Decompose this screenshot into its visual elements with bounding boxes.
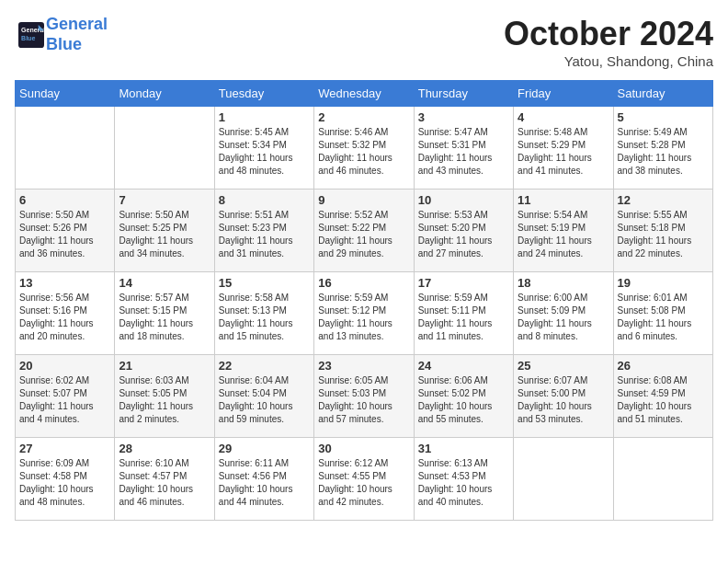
- day-info: Sunrise: 6:07 AM Sunset: 5:00 PM Dayligh…: [518, 374, 609, 426]
- calendar-day-4: 4Sunrise: 5:48 AM Sunset: 5:29 PM Daylig…: [514, 107, 613, 190]
- header-monday: Monday: [115, 81, 214, 107]
- calendar-day-8: 8Sunrise: 5:51 AM Sunset: 5:23 PM Daylig…: [214, 190, 313, 272]
- calendar-day-1: 1Sunrise: 5:45 AM Sunset: 5:34 PM Daylig…: [214, 107, 313, 190]
- day-number: 12: [618, 193, 709, 207]
- calendar-week-4: 20Sunrise: 6:02 AM Sunset: 5:07 PM Dayli…: [16, 355, 713, 438]
- day-info: Sunrise: 6:03 AM Sunset: 5:05 PM Dayligh…: [119, 374, 210, 426]
- empty-cell: [16, 107, 115, 190]
- day-info: Sunrise: 6:13 AM Sunset: 4:53 PM Dayligh…: [418, 457, 509, 509]
- calendar-day-3: 3Sunrise: 5:47 AM Sunset: 5:31 PM Daylig…: [414, 107, 513, 190]
- day-number: 6: [19, 193, 110, 207]
- day-number: 19: [618, 276, 709, 290]
- day-info: Sunrise: 6:00 AM Sunset: 5:09 PM Dayligh…: [518, 292, 609, 343]
- day-number: 8: [219, 193, 310, 207]
- calendar-day-11: 11Sunrise: 5:54 AM Sunset: 5:19 PM Dayli…: [514, 190, 613, 272]
- day-number: 2: [318, 110, 409, 124]
- day-number: 25: [518, 359, 609, 373]
- day-number: 24: [418, 359, 509, 373]
- day-info: Sunrise: 6:01 AM Sunset: 5:08 PM Dayligh…: [618, 292, 709, 343]
- day-info: Sunrise: 6:10 AM Sunset: 4:57 PM Dayligh…: [119, 457, 210, 509]
- calendar-day-26: 26Sunrise: 6:08 AM Sunset: 4:59 PM Dayli…: [613, 355, 712, 438]
- day-info: Sunrise: 6:02 AM Sunset: 5:07 PM Dayligh…: [19, 374, 110, 426]
- day-info: Sunrise: 5:53 AM Sunset: 5:20 PM Dayligh…: [418, 209, 509, 260]
- header-sunday: Sunday: [16, 81, 115, 107]
- calendar-day-10: 10Sunrise: 5:53 AM Sunset: 5:20 PM Dayli…: [414, 190, 513, 272]
- day-number: 15: [219, 276, 310, 290]
- calendar-day-23: 23Sunrise: 6:05 AM Sunset: 5:03 PM Dayli…: [314, 355, 414, 438]
- logo: General Blue General Blue: [15, 15, 108, 54]
- calendar-day-5: 5Sunrise: 5:49 AM Sunset: 5:28 PM Daylig…: [613, 107, 712, 190]
- calendar-day-2: 2Sunrise: 5:46 AM Sunset: 5:32 PM Daylig…: [314, 107, 414, 190]
- day-number: 10: [418, 193, 509, 207]
- logo-line2: Blue: [46, 35, 82, 53]
- header-friday: Friday: [514, 81, 613, 107]
- calendar-week-2: 6Sunrise: 5:50 AM Sunset: 5:26 PM Daylig…: [16, 190, 713, 272]
- calendar-day-9: 9Sunrise: 5:52 AM Sunset: 5:22 PM Daylig…: [314, 190, 414, 272]
- calendar-day-24: 24Sunrise: 6:06 AM Sunset: 5:02 PM Dayli…: [414, 355, 513, 438]
- calendar-table: SundayMondayTuesdayWednesdayThursdayFrid…: [15, 80, 713, 521]
- day-info: Sunrise: 5:57 AM Sunset: 5:15 PM Dayligh…: [119, 292, 210, 343]
- day-number: 31: [418, 442, 509, 455]
- calendar-day-20: 20Sunrise: 6:02 AM Sunset: 5:07 PM Dayli…: [16, 355, 115, 438]
- calendar-day-6: 6Sunrise: 5:50 AM Sunset: 5:26 PM Daylig…: [16, 190, 115, 272]
- day-number: 28: [119, 442, 210, 455]
- day-info: Sunrise: 5:59 AM Sunset: 5:12 PM Dayligh…: [318, 292, 409, 343]
- days-header-row: SundayMondayTuesdayWednesdayThursdayFrid…: [16, 81, 713, 107]
- calendar-week-1: 1Sunrise: 5:45 AM Sunset: 5:34 PM Daylig…: [16, 107, 713, 190]
- day-number: 11: [518, 193, 609, 207]
- day-info: Sunrise: 6:08 AM Sunset: 4:59 PM Dayligh…: [618, 374, 709, 426]
- day-info: Sunrise: 5:55 AM Sunset: 5:18 PM Dayligh…: [618, 209, 709, 260]
- calendar-day-16: 16Sunrise: 5:59 AM Sunset: 5:12 PM Dayli…: [314, 272, 414, 355]
- day-info: Sunrise: 5:48 AM Sunset: 5:29 PM Dayligh…: [518, 126, 609, 178]
- calendar-day-27: 27Sunrise: 6:09 AM Sunset: 4:58 PM Dayli…: [16, 438, 115, 521]
- day-info: Sunrise: 5:58 AM Sunset: 5:13 PM Dayligh…: [219, 292, 310, 343]
- header-saturday: Saturday: [613, 81, 712, 107]
- location-subtitle: Yatou, Shandong, China: [504, 53, 713, 69]
- day-info: Sunrise: 5:52 AM Sunset: 5:22 PM Dayligh…: [318, 209, 409, 260]
- day-info: Sunrise: 5:54 AM Sunset: 5:19 PM Dayligh…: [518, 209, 609, 260]
- logo-text: General Blue: [46, 15, 108, 54]
- calendar-day-17: 17Sunrise: 5:59 AM Sunset: 5:11 PM Dayli…: [414, 272, 513, 355]
- day-info: Sunrise: 5:49 AM Sunset: 5:28 PM Dayligh…: [618, 126, 709, 178]
- empty-cell: [613, 438, 712, 521]
- calendar-day-31: 31Sunrise: 6:13 AM Sunset: 4:53 PM Dayli…: [414, 438, 513, 521]
- day-number: 29: [219, 442, 310, 455]
- day-info: Sunrise: 6:11 AM Sunset: 4:56 PM Dayligh…: [219, 457, 310, 509]
- day-number: 30: [318, 442, 409, 455]
- calendar-day-18: 18Sunrise: 6:00 AM Sunset: 5:09 PM Dayli…: [514, 272, 613, 355]
- calendar-day-29: 29Sunrise: 6:11 AM Sunset: 4:56 PM Dayli…: [214, 438, 313, 521]
- calendar-day-14: 14Sunrise: 5:57 AM Sunset: 5:15 PM Dayli…: [115, 272, 214, 355]
- title-block: October 2024 Yatou, Shandong, China: [504, 15, 713, 69]
- day-number: 26: [618, 359, 709, 373]
- day-number: 3: [418, 110, 509, 124]
- page-header: General Blue General Blue October 2024 Y…: [15, 15, 713, 69]
- empty-cell: [115, 107, 214, 190]
- calendar-day-12: 12Sunrise: 5:55 AM Sunset: 5:18 PM Dayli…: [613, 190, 712, 272]
- day-number: 7: [119, 193, 210, 207]
- day-number: 22: [219, 359, 310, 373]
- calendar-week-3: 13Sunrise: 5:56 AM Sunset: 5:16 PM Dayli…: [16, 272, 713, 355]
- day-info: Sunrise: 5:50 AM Sunset: 5:25 PM Dayligh…: [119, 209, 210, 260]
- header-wednesday: Wednesday: [314, 81, 414, 107]
- day-info: Sunrise: 6:04 AM Sunset: 5:04 PM Dayligh…: [219, 374, 310, 426]
- day-info: Sunrise: 5:51 AM Sunset: 5:23 PM Dayligh…: [219, 209, 310, 260]
- day-number: 16: [318, 276, 409, 290]
- day-info: Sunrise: 6:09 AM Sunset: 4:58 PM Dayligh…: [19, 457, 110, 509]
- day-info: Sunrise: 5:59 AM Sunset: 5:11 PM Dayligh…: [418, 292, 509, 343]
- day-number: 5: [618, 110, 709, 124]
- calendar-day-30: 30Sunrise: 6:12 AM Sunset: 4:55 PM Dayli…: [314, 438, 414, 521]
- day-number: 4: [518, 110, 609, 124]
- day-number: 1: [219, 110, 310, 124]
- day-number: 21: [119, 359, 210, 373]
- day-info: Sunrise: 5:47 AM Sunset: 5:31 PM Dayligh…: [418, 126, 509, 178]
- empty-cell: [514, 438, 613, 521]
- calendar-day-22: 22Sunrise: 6:04 AM Sunset: 5:04 PM Dayli…: [214, 355, 313, 438]
- day-info: Sunrise: 5:45 AM Sunset: 5:34 PM Dayligh…: [219, 126, 310, 178]
- calendar-day-19: 19Sunrise: 6:01 AM Sunset: 5:08 PM Dayli…: [613, 272, 712, 355]
- calendar-day-15: 15Sunrise: 5:58 AM Sunset: 5:13 PM Dayli…: [214, 272, 313, 355]
- day-number: 20: [19, 359, 110, 373]
- day-info: Sunrise: 6:05 AM Sunset: 5:03 PM Dayligh…: [318, 374, 409, 426]
- day-number: 27: [19, 442, 110, 455]
- header-tuesday: Tuesday: [214, 81, 313, 107]
- calendar-day-21: 21Sunrise: 6:03 AM Sunset: 5:05 PM Dayli…: [115, 355, 214, 438]
